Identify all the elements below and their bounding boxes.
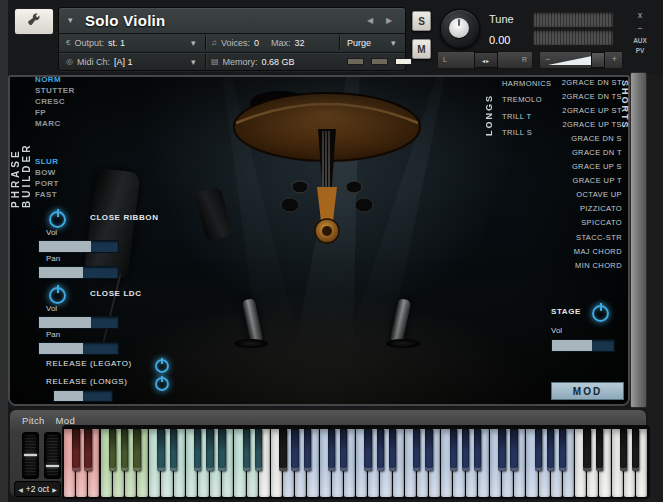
release-legato-power-button[interactable]	[155, 359, 169, 373]
pv-tab[interactable]: PV	[626, 47, 654, 54]
black-key[interactable]	[389, 429, 396, 471]
close-ldc-power-button[interactable]	[49, 287, 66, 304]
aux-tab[interactable]: AUX	[626, 37, 654, 44]
release-longs-label: RELEASE (LONGS)	[46, 377, 127, 386]
stage-vol-slider[interactable]	[551, 339, 615, 352]
pan-slider[interactable]: L R ◂▸	[437, 51, 533, 69]
articulation-2grace-up-st[interactable]: 2GRACE UP ST	[536, 104, 622, 118]
release-longs-power-button[interactable]	[155, 377, 169, 391]
midi-channel-select[interactable]: ◎ Midi Ch: [A] 1	[66, 52, 133, 71]
articulation-grace-up-t[interactable]: GRACE UP T	[536, 174, 622, 188]
close-ribbon-vol-slider[interactable]	[38, 240, 119, 253]
mute-button[interactable]: M	[412, 39, 431, 59]
mod-wheel[interactable]	[44, 432, 61, 479]
black-key[interactable]	[218, 429, 225, 471]
articulation-2grace-dn-st[interactable]: 2GRACE DN ST	[536, 76, 622, 90]
phrase-item-port[interactable]: PORT	[35, 178, 59, 189]
black-key[interactable]	[279, 429, 286, 471]
black-key[interactable]	[559, 429, 566, 471]
articulation-maj-chord[interactable]: MAJ CHORD	[536, 245, 622, 259]
black-key[interactable]	[583, 429, 590, 471]
articulation-octave-up[interactable]: OCTAVE UP	[536, 188, 622, 202]
black-key[interactable]	[510, 429, 517, 471]
black-key[interactable]	[157, 429, 164, 471]
black-key[interactable]	[121, 429, 128, 471]
close-ldc-pan-slider[interactable]	[38, 342, 119, 355]
volume-slider[interactable]: − +	[539, 51, 623, 69]
black-key[interactable]	[632, 429, 639, 471]
black-key[interactable]	[206, 429, 213, 471]
black-key[interactable]	[364, 429, 371, 471]
phrase-item-fp[interactable]: FP	[35, 107, 75, 118]
phrase-item-cresc[interactable]: CRESC	[35, 96, 75, 107]
phrase-item-slur[interactable]: SLUR	[35, 156, 59, 167]
minimize-icon[interactable]: −	[626, 23, 654, 33]
rack-scrollbar[interactable]	[630, 72, 647, 408]
max-value[interactable]: 32	[295, 38, 305, 48]
instrument-menu-dropdown-icon[interactable]: ▾	[68, 15, 73, 25]
black-key[interactable]	[620, 429, 627, 471]
volume-handle[interactable]	[591, 52, 605, 68]
purge-menu[interactable]: Purge	[347, 33, 371, 52]
next-instrument-icon[interactable]: ▶	[386, 16, 392, 25]
phrase-item-stutter[interactable]: STUTTER	[35, 85, 75, 96]
close-ribbon-pan-slider[interactable]	[38, 266, 119, 279]
articulation-pizzicato[interactable]: PIZZICATO	[536, 202, 622, 216]
black-key[interactable]	[413, 429, 420, 471]
black-key[interactable]	[84, 429, 91, 471]
black-key[interactable]	[535, 429, 542, 471]
black-key[interactable]	[377, 429, 384, 471]
tune-knob[interactable]	[440, 9, 480, 49]
output-dropdown-icon[interactable]: ▾	[191, 38, 196, 48]
articulation-grace-dn-s[interactable]: GRACE DN S	[536, 132, 622, 146]
black-key[interactable]	[243, 429, 250, 471]
articulation-2grace-up-ts[interactable]: 2GRACE UP TS	[536, 118, 622, 132]
octave-shift-button[interactable]: ◀ +2 oct ▶	[14, 481, 61, 497]
black-key[interactable]	[450, 429, 457, 471]
release-time-slider[interactable]	[53, 390, 113, 402]
articulation-min-chord[interactable]: MIN CHORD	[536, 259, 622, 273]
output-select[interactable]: € Output: st. 1	[66, 33, 125, 52]
stage-power-button[interactable]	[592, 305, 609, 322]
black-key[interactable]	[462, 429, 469, 471]
phrase-item-norm[interactable]: NORM	[35, 74, 75, 85]
articulation-stacc-str[interactable]: STACC-STR	[536, 231, 622, 245]
black-key[interactable]	[109, 429, 116, 471]
articulation-grace-up-s[interactable]: GRACE UP S	[536, 160, 622, 174]
articulation-2grace-dn-ts[interactable]: 2GRACE DN TS	[536, 90, 622, 104]
prev-instrument-icon[interactable]: ◀	[367, 16, 373, 25]
pan-handle[interactable]: ◂▸	[474, 52, 498, 68]
phrase-item-bow[interactable]: BOW	[35, 167, 59, 178]
black-key[interactable]	[170, 429, 177, 471]
black-key[interactable]	[340, 429, 347, 471]
black-key[interactable]	[133, 429, 140, 471]
black-key[interactable]	[194, 429, 201, 471]
edit-wrench-button[interactable]	[14, 8, 54, 35]
black-key[interactable]	[547, 429, 554, 471]
articulation-grace-dn-t[interactable]: GRACE DN T	[536, 146, 622, 160]
memory-value: 0.68 GB	[262, 57, 295, 67]
black-key[interactable]	[255, 429, 262, 471]
pitch-wheel[interactable]	[22, 432, 39, 479]
close-ldc-vol-slider[interactable]	[38, 316, 119, 329]
black-key[interactable]	[474, 429, 481, 471]
black-key[interactable]	[425, 429, 432, 471]
black-key[interactable]	[72, 429, 79, 471]
octave-down-icon[interactable]: ◀	[18, 486, 23, 493]
black-key[interactable]	[596, 429, 603, 471]
articulation-spiccato[interactable]: SPICCATO	[536, 216, 622, 230]
black-key[interactable]	[498, 429, 505, 471]
purge-dropdown-icon[interactable]: ▾	[391, 38, 396, 48]
black-key[interactable]	[328, 429, 335, 471]
midi-dropdown-icon[interactable]: ▾	[191, 57, 196, 67]
solo-button[interactable]: S	[412, 11, 431, 31]
close-ldc-label: CLOSE LDC	[90, 289, 142, 298]
mod-page-button[interactable]: MOD	[551, 382, 624, 400]
black-key[interactable]	[291, 429, 298, 471]
black-key[interactable]	[304, 429, 311, 471]
close-icon[interactable]: x	[626, 10, 654, 20]
phrase-item-fast[interactable]: FAST	[35, 189, 59, 200]
phrase-item-marc[interactable]: MARC	[35, 118, 75, 129]
close-ribbon-power-button[interactable]	[49, 211, 66, 228]
octave-up-icon[interactable]: ▶	[52, 486, 57, 493]
